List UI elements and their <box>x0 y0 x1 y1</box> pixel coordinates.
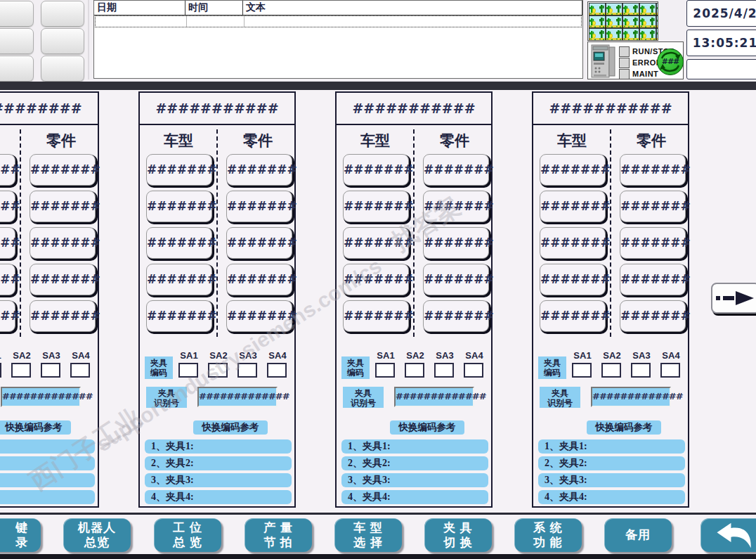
image-placeholder-icon <box>606 3 623 15</box>
model-cell-2[interactable]: ####### <box>146 191 212 222</box>
sa-input-1[interactable] <box>178 363 198 378</box>
part-cell-1[interactable]: ####### <box>30 154 96 186</box>
status-checkbox <box>619 69 630 79</box>
sa-input-3[interactable] <box>631 363 651 378</box>
nav-button-back[interactable] <box>700 518 756 552</box>
model-cell-3[interactable]: ####### <box>540 227 606 259</box>
model-cell-4[interactable]: ####### <box>146 264 212 295</box>
column-header-part: 零件 <box>223 131 293 150</box>
part-cell-4[interactable]: ####### <box>620 264 686 295</box>
model-cell-3[interactable]: ####### <box>0 227 15 259</box>
keypad-button-6[interactable] <box>41 56 84 82</box>
model-cell-4[interactable]: ####### <box>0 264 15 295</box>
part-cell-4[interactable]: ####### <box>226 264 292 295</box>
nav-button-model-select[interactable]: 车 型选 择 <box>334 518 402 552</box>
part-cell-3[interactable]: ####### <box>226 227 292 259</box>
model-cell-5[interactable]: ####### <box>146 300 212 332</box>
column-header-part: 零件 <box>419 131 490 150</box>
aux-display <box>686 59 756 79</box>
nav-button-output-cycle[interactable]: 产 量节 拍 <box>245 518 312 552</box>
model-cell-2[interactable]: ####### <box>540 191 606 222</box>
trend-thumbnail-box <box>587 1 658 41</box>
model-cell-5[interactable]: ####### <box>0 300 15 332</box>
model-cell-2[interactable]: ####### <box>343 191 409 222</box>
sa-input-3[interactable] <box>41 363 60 378</box>
model-cell-1[interactable]: ####### <box>540 154 606 186</box>
model-cell-1[interactable]: ####### <box>146 154 212 186</box>
fixture-code-label: 夹具编码 <box>145 356 173 379</box>
nav-button-record[interactable]: 键录 <box>0 518 41 552</box>
model-cell-4[interactable]: ####### <box>343 264 409 295</box>
nav-button-label: 夹 具 <box>424 520 492 535</box>
model-cell-3[interactable]: ####### <box>343 227 409 259</box>
keypad-button-3[interactable] <box>0 28 34 54</box>
nav-button-label: 总 览 <box>154 535 221 550</box>
part-cell-1[interactable]: ####### <box>423 154 489 186</box>
bottom-bar <box>0 554 756 559</box>
nav-button-robot-overview[interactable]: 机器人总览 <box>63 518 131 552</box>
sa-input-4[interactable] <box>660 363 680 378</box>
part-cell-5[interactable]: ####### <box>226 300 292 332</box>
nav-button-station-overview[interactable]: 工 位总 览 <box>154 518 221 552</box>
sa-input-3[interactable] <box>434 363 454 378</box>
model-cell-5[interactable]: ####### <box>343 300 409 332</box>
quick-change-ref-row-2: 2、夹具2: <box>341 456 488 470</box>
sa-input-2[interactable] <box>208 363 228 378</box>
keypad-button-2[interactable] <box>41 1 84 27</box>
column-separator <box>186 16 187 27</box>
sa-input-2[interactable] <box>405 363 424 378</box>
part-cell-4[interactable]: ####### <box>423 264 489 295</box>
sa-input-3[interactable] <box>237 363 257 378</box>
nav-button-system-functions[interactable]: 系 统功 能 <box>514 518 582 552</box>
part-cell-2[interactable]: ####### <box>620 191 686 222</box>
sa-input-4[interactable] <box>464 363 483 378</box>
sa-input-1[interactable] <box>0 363 1 378</box>
part-cell-1[interactable]: ####### <box>620 154 686 186</box>
sa-input-4[interactable] <box>70 363 90 378</box>
model-cell-2[interactable]: ####### <box>0 191 15 222</box>
nav-button-spare[interactable]: 备用 <box>604 518 672 552</box>
next-page-button[interactable] <box>711 283 756 314</box>
model-cell-1[interactable]: ####### <box>0 154 15 186</box>
fixture-id-value[interactable]: ############# <box>197 387 278 407</box>
fixture-id-value[interactable]: ############# <box>1 387 81 407</box>
image-placeholder-icon <box>656 15 658 28</box>
sa-input-2[interactable] <box>601 363 621 378</box>
quick-change-ref-title: 快换编码参考 <box>587 420 661 435</box>
sa-input-4[interactable] <box>267 363 287 378</box>
keypad-button-1[interactable] <box>0 1 34 27</box>
part-cell-2[interactable]: ####### <box>226 191 292 222</box>
alarm-table-empty-row[interactable] <box>95 15 582 27</box>
model-cell-1[interactable]: ####### <box>343 154 409 186</box>
hmi-screen: 日期时间文本 RUN/STOPERRORMAINT <box>0 0 756 559</box>
sa-input-1[interactable] <box>572 363 592 378</box>
part-cell-2[interactable]: ####### <box>423 191 489 222</box>
part-cell-1[interactable]: ####### <box>226 154 292 186</box>
sa-label-4: SA4 <box>70 350 91 361</box>
model-cell-3[interactable]: ####### <box>146 227 212 259</box>
part-cell-5[interactable]: ####### <box>423 300 489 332</box>
part-cell-4[interactable]: ####### <box>30 264 96 295</box>
model-cell-5[interactable]: ####### <box>540 300 606 332</box>
part-cell-3[interactable]: ####### <box>620 227 686 259</box>
keypad-button-4[interactable] <box>41 28 84 54</box>
trend-thumbnail-tiles <box>589 3 658 41</box>
part-cell-2[interactable]: ####### <box>30 191 96 222</box>
image-placeholder-icon <box>589 15 606 28</box>
column-header-part: 零件 <box>616 131 686 150</box>
sa-input-2[interactable] <box>11 363 31 378</box>
part-cell-5[interactable]: ####### <box>30 300 96 332</box>
fixture-id-value[interactable]: ############# <box>394 387 474 407</box>
fixture-id-value[interactable]: ############# <box>591 387 671 407</box>
sa-input-1[interactable] <box>375 363 395 378</box>
model-cell-4[interactable]: ####### <box>540 264 606 295</box>
part-cell-3[interactable]: ####### <box>30 227 96 259</box>
nav-button-label: 备用 <box>604 518 672 552</box>
keypad-button-5[interactable] <box>0 56 34 82</box>
sa-label-3: SA3 <box>434 350 455 361</box>
quick-change-ref-row-1: 1、夹具1: <box>145 439 292 454</box>
part-cell-3[interactable]: ####### <box>423 227 489 259</box>
station-panel-3: ###########车型零件#########################… <box>335 91 493 508</box>
part-cell-5[interactable]: ####### <box>620 300 686 332</box>
nav-button-fixture-switch[interactable]: 夹 具切 换 <box>424 518 492 552</box>
